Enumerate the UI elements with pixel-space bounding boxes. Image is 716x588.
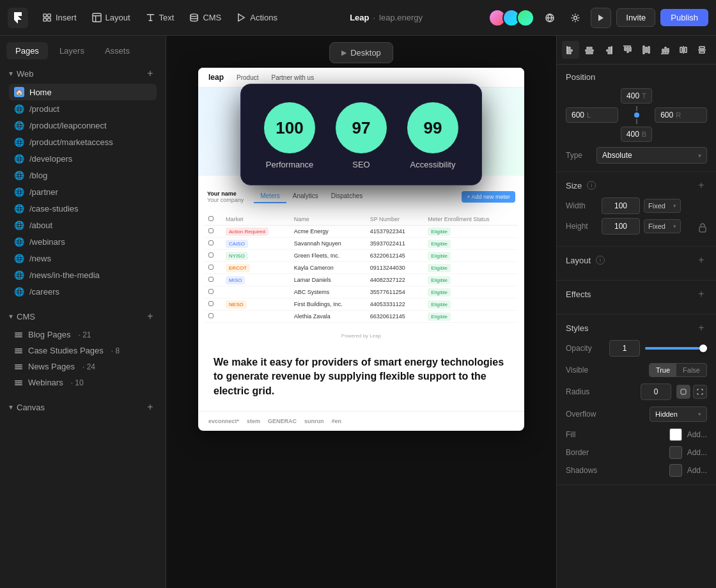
size-add-button[interactable]: + [696,180,707,191]
overflow-select[interactable]: Hidden ▾ [650,406,707,422]
tab-pages[interactable]: Pages [6,42,48,59]
left-sidebar: Pages Layers Assets ▾ Web + 🏠 Home 🌐 /pr… [0,36,166,588]
shadows-color-box[interactable] [669,464,682,477]
svg-rect-2 [43,18,47,21]
col-checkbox [205,213,222,226]
opacity-slider[interactable] [645,347,707,350]
effects-header: Effects + [566,288,707,300]
right-panel: Position 400 T 600 L [556,36,716,588]
nav-product[interactable]: 🌐 /product [9,100,157,117]
radius-individual-button[interactable] [693,385,707,399]
web-section: ▾ Web + 🏠 Home 🌐 /product 🌐 /product/lea… [0,59,166,302]
publish-button[interactable]: Publish [660,9,708,26]
fill-add-button[interactable]: Add... [687,430,707,439]
nav-blog[interactable]: 🌐 /blog [9,167,157,183]
size-section: Size i + Width 100 Fixed ▾ Height [557,172,716,247]
cms-section-title[interactable]: ▾ CMS [9,312,35,321]
radius-all-button[interactable] [676,385,690,399]
cms-button[interactable]: CMS [183,9,228,26]
align-center-v-button[interactable] [637,41,655,59]
globe-button[interactable] [540,8,560,28]
globe-icon: 🌐 [14,187,24,197]
dispatches-tab[interactable]: Dispatches [325,190,369,203]
nav-product-marketaccess[interactable]: 🌐 /product/marketaccess [9,134,157,150]
add-canvas-button[interactable]: + [144,401,157,414]
layout-title: Layout [566,256,591,265]
desktop-view-button[interactable]: ▶ Desktop [335,45,387,60]
styles-add-button[interactable]: + [696,322,707,334]
cms-case-studies-pages[interactable]: Case Studies Pages · 8 [9,343,157,359]
layout-add-button[interactable]: + [696,254,707,266]
layout-info-icon[interactable]: i [596,256,605,265]
svg-rect-36 [627,47,628,52]
size-title: Size [566,181,582,190]
insert-button[interactable]: Insert [36,9,83,26]
add-cms-button[interactable]: + [144,310,157,323]
nav-home[interactable]: 🏠 Home [9,84,157,100]
preview-button[interactable] [591,8,611,28]
nav-about[interactable]: 🌐 /about [9,217,157,233]
size-info-icon[interactable]: i [587,181,596,190]
width-row: Width 100 Fixed ▾ [566,197,707,214]
cms-news-pages[interactable]: News Pages · 24 [9,359,157,375]
invite-button[interactable]: Invite [616,8,655,27]
framer-logo[interactable] [8,8,28,28]
border-color-box[interactable] [669,446,682,459]
width-input[interactable]: 100 [602,197,640,214]
nav-product-leapconnect[interactable]: 🌐 /product/leapconnect [9,117,157,134]
canvas-section-title[interactable]: ▾ Canvas [9,403,45,412]
type-select[interactable]: Absolute ▾ [596,147,707,164]
align-left-button[interactable] [562,41,579,59]
meters-tab[interactable]: Meters [254,190,286,203]
text-button[interactable]: Text [139,9,181,26]
distribute-v-button[interactable] [694,41,711,59]
visible-false-button[interactable]: False [676,364,706,376]
web-section-title[interactable]: ▾ Web [9,69,34,79]
globe-icon: 🌐 [14,270,24,280]
performance-label: Performance [266,160,313,169]
nav-case-studies[interactable]: 🌐 /case-studies [9,200,157,217]
actions-button[interactable]: Actions [230,9,284,26]
svg-rect-1 [47,14,51,17]
globe-icon: 🌐 [14,203,24,213]
tab-layers[interactable]: Layers [51,42,93,59]
nav-news-in-media[interactable]: 🌐 /news/in-the-media [9,267,157,283]
height-mode-select[interactable]: Fixed ▾ [644,219,681,233]
nav-developers[interactable]: 🌐 /developers [9,150,157,167]
distribute-h-button[interactable] [674,41,692,59]
status-badge: ERCOT [226,264,250,272]
layout-section: Layout i + [557,247,716,281]
svg-rect-20 [15,364,22,366]
nav-careers[interactable]: 🌐 /careers [9,283,157,300]
alignment-toolbar [557,36,716,65]
add-web-page-button[interactable]: + [144,67,157,80]
layout-button[interactable]: Layout [86,9,137,26]
cms-webinars[interactable]: Webinars · 10 [9,375,157,391]
visible-true-button[interactable]: True [650,364,676,376]
width-mode-select[interactable]: Fixed ▾ [644,199,681,213]
border-add-button[interactable]: Add... [687,448,707,457]
tab-assets[interactable]: Assets [96,42,139,59]
align-top-button[interactable] [618,41,635,59]
fill-color-box[interactable] [669,428,682,441]
cms-blog-pages[interactable]: Blog Pages · 21 [9,327,157,343]
opacity-input[interactable]: 1 [609,340,640,357]
align-bottom-button[interactable] [656,41,673,59]
shadows-row: Shadows Add... [566,464,707,477]
aspect-ratio-lock[interactable] [698,222,707,235]
align-center-h-button[interactable] [580,41,598,59]
shadows-add-button[interactable]: Add... [687,466,707,475]
effects-add-button[interactable]: + [696,288,707,300]
analytics-tab[interactable]: Analytics [286,190,325,203]
height-input[interactable]: 100 [602,218,640,235]
radius-input[interactable]: 0 [641,383,671,400]
align-right-button[interactable] [600,41,617,59]
add-meter-button[interactable]: + Add new meter [462,191,515,203]
nav-news[interactable]: 🌐 /news [9,250,157,267]
svg-rect-19 [15,366,22,368]
nav-partner[interactable]: 🌐 /partner [9,183,157,200]
settings-button[interactable] [565,8,586,28]
svg-rect-3 [47,18,51,21]
opacity-row: Opacity 1 [566,340,707,357]
nav-webinars[interactable]: 🌐 /webinars [9,233,157,250]
